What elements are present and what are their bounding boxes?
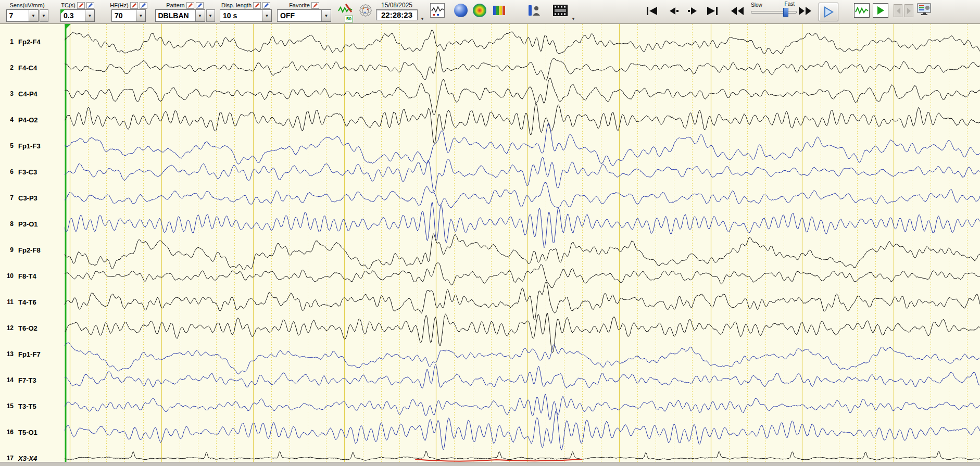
channel-number: 16 [0,429,14,436]
channel-name: Fp2-F8 [18,246,41,254]
settings-icon[interactable] [916,3,932,17]
skip-to-end-button[interactable] [706,6,719,16]
channel-number: 4 [0,116,14,123]
channel-label[interactable]: 3C4-P4 [0,89,65,98]
chevron-down-icon[interactable]: ▼ [29,10,38,21]
display-length-value: 10 s [220,10,262,21]
channel-label[interactable]: 8P3-O1 [0,219,65,229]
pattern-label: Pattern [166,2,184,8]
hf-dropdown[interactable]: 70 ▼ [111,9,146,22]
chevron-down-icon[interactable]: ▼ [321,10,331,21]
field-time-constant: TC(s) 0.3 ▼ [53,1,102,22]
speed-slow-label: Slow [751,2,762,8]
next-page-button-disabled[interactable] [904,4,913,17]
3d-brain-map-icon[interactable] [454,4,468,17]
hf-value: 70 [112,10,136,21]
channel-label[interactable]: 5Fp1-F3 [0,141,65,150]
edit-pencil-icon[interactable] [130,2,138,9]
channel-label[interactable]: 10F8-T4 [0,271,65,281]
sens-extra-dropdown-button[interactable]: ▼ [40,9,48,22]
bottom-scrollbar[interactable] [0,462,980,466]
channel-label[interactable]: 13Fp1-F7 [0,349,65,359]
channel-number: 7 [0,194,14,201]
channel-label[interactable]: 12T6-O2 [0,323,65,333]
channel-name: P4-O2 [18,116,38,124]
display-length-dropdown[interactable]: 10 s ▼ [220,9,272,22]
sens-value: 7 [7,10,29,21]
play-button[interactable] [819,3,838,21]
speed-slider-track[interactable] [751,11,797,14]
tc-label: TC(s) [61,2,76,8]
disp-length-label: Disp. length [221,2,252,8]
eeg-viewer-window: Sens(uV/mm) 7 ▼ ▼ TC(s) 0.3 ▼ [0,0,980,466]
channel-label[interactable]: 6F3-C3 [0,167,65,177]
channel-number: 17 [0,455,14,462]
prev-page-button-disabled[interactable] [894,4,902,17]
channel-name: C4-P4 [18,90,37,98]
sens-dropdown[interactable]: 7 ▼ [6,9,39,22]
edit-marker-icon[interactable] [196,2,204,9]
toolbar: Sens(uV/mm) 7 ▼ ▼ TC(s) 0.3 ▼ [0,0,980,24]
channel-number: 10 [0,272,14,280]
field-high-frequency-filter: HF(Hz) 70 ▼ [104,1,153,22]
edit-pencil-icon[interactable] [77,2,85,9]
step-back-button[interactable] [668,7,679,15]
notch-filter-pen-icon[interactable] [337,3,353,16]
waveform-review-icon[interactable] [430,3,445,18]
skip-to-start-button[interactable] [646,6,658,16]
topography-map-icon[interactable] [473,4,486,17]
channel-name: Fp1-F7 [18,350,41,358]
channel-number: 9 [0,246,14,254]
channel-label[interactable]: 7C3-P3 [0,193,65,203]
channel-name: F3-C3 [18,168,37,176]
tc-dropdown[interactable]: 0.3 ▼ [60,9,95,22]
pattern-dropdown[interactable]: DBLBAN ▼ [155,9,205,22]
channel-label[interactable]: 15T3-T5 [0,401,65,411]
date-label: 15/08/2025 [376,2,418,9]
edit-marker-icon[interactable] [262,2,270,9]
channel-label[interactable]: 16T5-O1 [0,427,65,437]
video-more-caret[interactable]: ▾ [570,15,577,22]
channel-name: Fp2-F4 [18,38,41,46]
chevron-down-icon[interactable]: ▼ [195,10,205,21]
fast-rewind-button[interactable] [730,6,745,16]
channel-label[interactable]: 1Fp2-F4 [0,37,65,46]
channel-label[interactable]: 2F4-C4 [0,63,65,72]
trend-bars-icon[interactable] [493,4,506,17]
channel-name: X3-X4 [18,455,37,462]
datetime-more-caret[interactable]: ▾ [419,15,426,22]
tc-active-marker [60,9,65,14]
edit-marker-icon[interactable] [86,2,94,9]
green-waveform-button[interactable] [854,3,870,18]
channel-number: 14 [0,376,14,384]
speed-fast-label: Fast [785,1,795,7]
chevron-down-icon[interactable]: ▼ [262,10,271,21]
video-icon[interactable] [553,5,568,16]
patient-info-icon[interactable] [528,4,542,17]
step-forward-button[interactable] [687,7,699,15]
favorite-dropdown[interactable]: OFF ▼ [277,9,331,22]
channel-number: 2 [0,64,14,71]
channel-name: F4-C4 [18,64,37,72]
edit-pencil-icon[interactable] [186,2,194,9]
speed-slider-thumb[interactable] [783,8,788,17]
fast-forward-button[interactable] [798,6,812,16]
chevron-down-icon[interactable]: ▼ [85,10,94,21]
channel-name: F8-T4 [18,272,36,280]
channel-number: 8 [0,220,14,228]
channel-label[interactable]: 9Fp2-F8 [0,245,65,255]
electrode-map-globe-icon[interactable] [358,3,373,18]
green-play-button[interactable] [873,3,888,18]
eeg-trace-canvas[interactable] [65,24,980,462]
edit-marker-icon[interactable] [140,2,147,9]
favorite-value: OFF [278,10,321,21]
pattern-list-dropdown-button[interactable]: ▼ [206,9,215,22]
channel-label[interactable]: 14F7-T3 [0,375,65,385]
edit-pencil-icon[interactable] [253,2,261,9]
channel-label[interactable]: 11T4-T6 [0,297,65,307]
edit-pencil-icon[interactable] [311,2,319,9]
chevron-down-icon[interactable]: ▼ [136,10,145,21]
speed-slider-group: Slow Fast [751,2,797,20]
field-display-length: Disp. length 10 s ▼ [219,1,273,22]
channel-label[interactable]: 4P4-O2 [0,115,65,124]
